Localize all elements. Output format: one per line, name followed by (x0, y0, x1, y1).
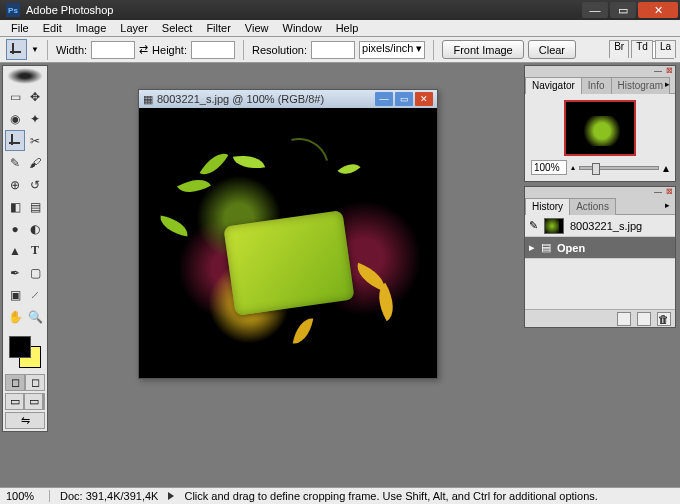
menu-window[interactable]: Window (276, 22, 329, 34)
menu-view[interactable]: View (238, 22, 276, 34)
tab-info[interactable]: Info (581, 77, 612, 94)
type-tool[interactable]: T (25, 240, 45, 261)
shape-tool[interactable]: ▢ (25, 262, 45, 283)
open-state-icon: ▤ (541, 241, 551, 254)
panel-close-icon[interactable]: ⊠ (664, 66, 675, 76)
navigator-zoom-slider[interactable] (579, 166, 659, 170)
menu-layer[interactable]: Layer (113, 22, 155, 34)
resolution-input[interactable] (311, 41, 355, 59)
palette-tab-brushes[interactable]: Br (609, 40, 629, 58)
path-selection-tool[interactable]: ▲ (5, 240, 25, 261)
menu-file[interactable]: File (4, 22, 36, 34)
options-bar: ▼ Width: ⇄ Height: Resolution: pixels/in… (0, 37, 680, 63)
menu-help[interactable]: Help (329, 22, 366, 34)
menu-filter[interactable]: Filter (199, 22, 237, 34)
width-input[interactable] (91, 41, 135, 59)
navigator-thumbnail[interactable] (564, 100, 636, 156)
clear-button[interactable]: Clear (528, 40, 576, 59)
blur-tool[interactable]: ● (5, 218, 25, 239)
tab-actions[interactable]: Actions (569, 198, 616, 215)
brush-tool[interactable]: 🖌 (25, 152, 45, 173)
app-icon: Ps (6, 3, 20, 17)
panel-close-icon[interactable]: ⊠ (664, 187, 675, 197)
healing-brush-tool[interactable]: ✎ (5, 152, 25, 173)
document-canvas[interactable] (139, 108, 437, 378)
notes-tool[interactable]: ▣ (5, 284, 25, 305)
menu-edit[interactable]: Edit (36, 22, 69, 34)
new-snapshot-icon[interactable] (617, 312, 631, 326)
history-brush-source-icon[interactable]: ✎ (529, 219, 538, 232)
history-thumbnail (544, 218, 564, 234)
pen-tool[interactable]: ✒ (5, 262, 25, 283)
menu-image[interactable]: Image (69, 22, 114, 34)
jump-to-imageready-icon[interactable]: ⇋ (5, 412, 45, 429)
current-tool-crop-icon[interactable] (6, 39, 27, 60)
eyedropper-tool[interactable]: ⟋ (25, 284, 45, 305)
document-icon: ▦ (143, 93, 153, 106)
window-close-button[interactable]: ✕ (638, 2, 678, 18)
status-zoom[interactable]: 100% (6, 490, 50, 502)
document-title: 8003221_s.jpg @ 100% (RGB/8#) (157, 93, 324, 105)
foreground-color-swatch[interactable] (9, 336, 31, 358)
resolution-units-select[interactable]: pixels/inch ▾ (359, 41, 425, 59)
history-brush-tool[interactable]: ↺ (25, 174, 45, 195)
history-source-row[interactable]: ✎ 8003221_s.jpg (525, 215, 675, 237)
move-tool[interactable]: ✥ (25, 86, 45, 107)
history-state-label: Open (557, 242, 585, 254)
gradient-tool[interactable]: ▤ (25, 196, 45, 217)
menu-select[interactable]: Select (155, 22, 200, 34)
slice-tool[interactable]: ✂ (25, 130, 45, 151)
crop-tool[interactable] (5, 130, 25, 151)
history-state-row[interactable]: ▸ ▤ Open (525, 237, 675, 259)
document-maximize-button[interactable]: ▭ (395, 92, 413, 106)
magic-wand-tool[interactable]: ✦ (25, 108, 45, 129)
dodge-tool[interactable]: ◐ (25, 218, 45, 239)
document-titlebar[interactable]: ▦ 8003221_s.jpg @ 100% (RGB/8#) — ▭ ✕ (139, 90, 437, 108)
tab-history[interactable]: History (525, 198, 570, 215)
zoom-tool[interactable]: 🔍 (25, 306, 45, 327)
window-minimize-button[interactable]: — (582, 2, 608, 18)
status-menu-icon[interactable] (168, 492, 174, 500)
status-doc-size[interactable]: Doc: 391,4K/391,4K (60, 490, 158, 502)
history-state-marker-icon: ▸ (529, 241, 535, 254)
document-close-button[interactable]: ✕ (415, 92, 433, 106)
panel-collapse-icon[interactable]: — (652, 187, 664, 197)
marquee-tool[interactable]: ▭ (5, 86, 25, 107)
history-empty-area (525, 259, 675, 309)
screen-mode-standard-icon[interactable]: ▭ (5, 393, 24, 410)
panel-collapse-icon[interactable]: — (652, 66, 664, 76)
titlebar: Ps Adobe Photoshop — ▭ ✕ (0, 0, 680, 20)
hand-tool[interactable]: ✋ (5, 306, 25, 327)
color-swatches[interactable] (5, 334, 45, 370)
height-input[interactable] (191, 41, 235, 59)
zoom-out-icon[interactable]: ▴ (571, 163, 575, 172)
palette-tab-layers[interactable]: La (655, 40, 676, 58)
lasso-tool[interactable]: ◉ (5, 108, 25, 129)
document-minimize-button[interactable]: — (375, 92, 393, 106)
navigator-zoom-input[interactable] (531, 160, 567, 175)
artwork-image (139, 108, 437, 378)
tab-navigator[interactable]: Navigator (525, 77, 582, 94)
panel-menu-icon[interactable]: ▸ (661, 199, 673, 211)
new-document-from-state-icon[interactable] (637, 312, 651, 326)
clone-stamp-tool[interactable]: ⊕ (5, 174, 25, 195)
status-hint: Click and drag to define cropping frame.… (184, 490, 597, 502)
standard-mode-icon[interactable]: ◻ (5, 374, 25, 391)
window-maximize-button[interactable]: ▭ (610, 2, 636, 18)
eraser-tool[interactable]: ◧ (5, 196, 25, 217)
delete-state-icon[interactable]: 🗑 (657, 312, 671, 326)
toolbox-header-icon (7, 68, 43, 84)
workspace: ▭✥ ◉✦ ✂ ✎🖌 ⊕↺ ◧▤ ●◐ ▲T ✒▢ ▣⟋ ✋🔍 ◻◻ ▭▭ ⇋ … (0, 63, 680, 487)
resolution-label: Resolution: (252, 44, 307, 56)
status-bar: 100% Doc: 391,4K/391,4K Click and drag t… (0, 487, 680, 504)
zoom-in-icon[interactable]: ▴ (663, 161, 669, 175)
panel-menu-icon[interactable]: ▸ (661, 78, 673, 90)
quick-mask-mode-icon[interactable]: ◻ (25, 374, 45, 391)
swap-dimensions-icon[interactable]: ⇄ (139, 43, 148, 56)
navigator-panel: —⊠ Navigator Info Histogram ▸ ▴ ▴ (524, 65, 676, 182)
screen-mode-full-menu-icon[interactable]: ▭ (24, 393, 43, 410)
palette-tab-tool-presets[interactable]: Td (631, 40, 653, 58)
screen-mode-full-icon[interactable] (43, 393, 45, 410)
front-image-button[interactable]: Front Image (442, 40, 523, 59)
chevron-down-icon[interactable]: ▼ (31, 45, 39, 54)
